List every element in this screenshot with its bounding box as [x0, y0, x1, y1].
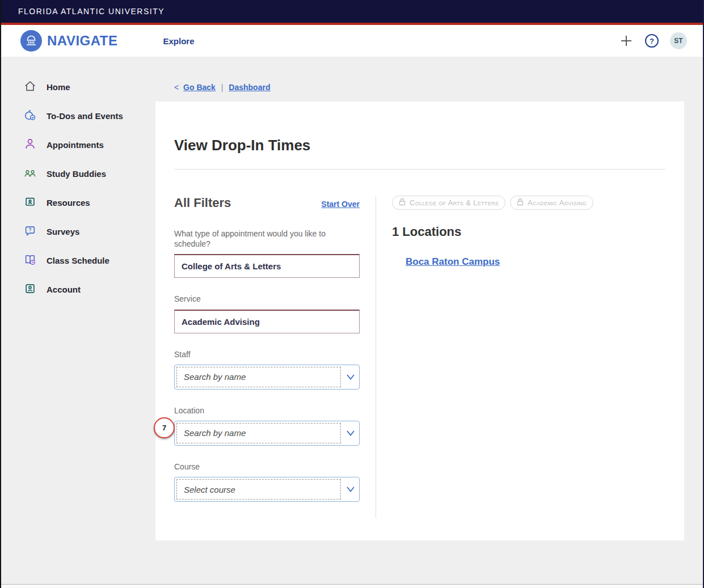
- course-dropdown[interactable]: [174, 477, 360, 502]
- course-label: Course: [174, 462, 344, 472]
- sidebar-item-class-schedule[interactable]: Class Schedule: [1, 246, 155, 275]
- navigate-logo[interactable]: NAVIGATE: [20, 30, 117, 52]
- course-field: Course: [174, 462, 360, 502]
- sidebar-item-study-buddies[interactable]: Study Buddies: [1, 159, 155, 188]
- account-icon: [24, 282, 36, 297]
- sidebar-item-surveys[interactable]: ? Surveys: [1, 217, 155, 246]
- resources-icon: [24, 196, 36, 210]
- staff-field: Staff: [174, 349, 360, 390]
- location-search-input[interactable]: [176, 423, 341, 443]
- home-icon: [24, 80, 36, 95]
- header-actions: ? ST: [619, 32, 687, 49]
- location-label: Location: [174, 405, 344, 416]
- filters-panel: All Filters Start Over What type of appo…: [174, 196, 360, 518]
- help-icon[interactable]: ?: [645, 34, 659, 48]
- go-back-link[interactable]: Go Back: [183, 83, 216, 92]
- screenshot-bottom-edge: [1, 584, 703, 588]
- surveys-icon: ?: [24, 225, 36, 239]
- breadcrumb-separator: |: [221, 83, 224, 92]
- location-field: Location 7: [174, 405, 360, 446]
- start-over-link[interactable]: Start Over: [321, 200, 360, 209]
- breadcrumb: < Go Back | Dashboard: [174, 83, 684, 92]
- results-panel: College of Arts & Letters Academic Advis…: [392, 196, 665, 518]
- content-area: Home To-Dos and Events Appointments: [1, 57, 703, 540]
- page-title: View Drop-In Times: [174, 137, 665, 154]
- todos-icon: [24, 109, 36, 124]
- sidebar-item-label: Home: [47, 82, 70, 92]
- lock-icon: [517, 198, 524, 208]
- sidebar-item-label: Resources: [47, 198, 90, 208]
- lock-icon: [399, 198, 406, 208]
- sidebar-item-label: To-Dos and Events: [47, 111, 123, 121]
- filter-chip: Academic Advising: [510, 196, 593, 210]
- appointment-type-field: What type of appointment would you like …: [174, 229, 360, 278]
- locations-count-heading: 1 Locations: [392, 225, 665, 239]
- column-divider: [376, 196, 376, 518]
- class-schedule-icon: [24, 253, 36, 268]
- locked-filter-chips: College of Arts & Letters Academic Advis…: [392, 196, 665, 210]
- filter-chip: College of Arts & Letters: [392, 196, 505, 210]
- service-label: Service: [174, 294, 344, 304]
- appointment-type-label: What type of appointment would you like …: [174, 229, 344, 249]
- rotunda-icon: [20, 30, 42, 52]
- sidebar-item-label: Appointments: [47, 140, 104, 150]
- sidebar-item-account[interactable]: Account: [1, 275, 155, 304]
- drop-in-times-card: View Drop-In Times All Filters Start Ove…: [155, 101, 684, 540]
- location-link-boca-raton[interactable]: Boca Raton Campus: [406, 256, 500, 268]
- sidebar-item-appointments[interactable]: Appointments: [1, 130, 155, 159]
- sidebar-item-label: Class Schedule: [47, 256, 109, 265]
- service-field: Service: [174, 294, 360, 333]
- sidebar-item-todos-events[interactable]: To-Dos and Events: [1, 101, 155, 130]
- service-input[interactable]: [174, 310, 360, 333]
- sidebar-nav: Home To-Dos and Events Appointments: [1, 57, 155, 304]
- nav-explore[interactable]: Explore: [163, 36, 194, 46]
- location-dropdown[interactable]: 7: [174, 421, 360, 446]
- app-header: NAVIGATE Explore ? ST: [1, 25, 703, 57]
- back-chevron-icon: <: [174, 83, 179, 92]
- sidebar-item-resources[interactable]: Resources: [1, 188, 155, 217]
- sidebar-item-label: Account: [47, 285, 81, 294]
- staff-search-input[interactable]: [176, 367, 341, 387]
- filter-chip-label: College of Arts & Letters: [410, 198, 499, 207]
- title-divider: [174, 169, 665, 170]
- filters-heading: All Filters: [174, 196, 231, 210]
- main-panel: < Go Back | Dashboard View Drop-In Times…: [155, 57, 703, 540]
- staff-dropdown[interactable]: [174, 365, 360, 390]
- user-avatar[interactable]: ST: [670, 32, 687, 49]
- svg-text:?: ?: [28, 227, 31, 232]
- chevron-down-icon[interactable]: [346, 374, 355, 380]
- filter-chip-label: Academic Advising: [528, 198, 587, 207]
- appointments-icon: [24, 138, 36, 153]
- add-icon[interactable]: [619, 33, 634, 48]
- university-top-bar: FLORIDA ATLANTIC UNIVERSITY: [1, 0, 703, 23]
- step-7-callout: 7: [154, 417, 175, 438]
- staff-label: Staff: [174, 349, 344, 359]
- brand-name: NAVIGATE: [47, 33, 117, 49]
- course-select-input[interactable]: [176, 479, 341, 500]
- appointment-type-input[interactable]: [174, 254, 360, 278]
- dashboard-link[interactable]: Dashboard: [229, 83, 270, 92]
- app-window: FLORIDA ATLANTIC UNIVERSITY NAVIGATE Exp…: [0, 0, 704, 588]
- study-buddies-icon: [24, 167, 36, 181]
- university-name: FLORIDA ATLANTIC UNIVERSITY: [18, 7, 165, 16]
- sidebar-item-label: Study Buddies: [47, 169, 106, 179]
- sidebar-item-label: Surveys: [47, 227, 79, 236]
- chevron-down-icon[interactable]: [346, 430, 355, 437]
- sidebar-item-home[interactable]: Home: [1, 73, 155, 101]
- chevron-down-icon[interactable]: [346, 486, 355, 493]
